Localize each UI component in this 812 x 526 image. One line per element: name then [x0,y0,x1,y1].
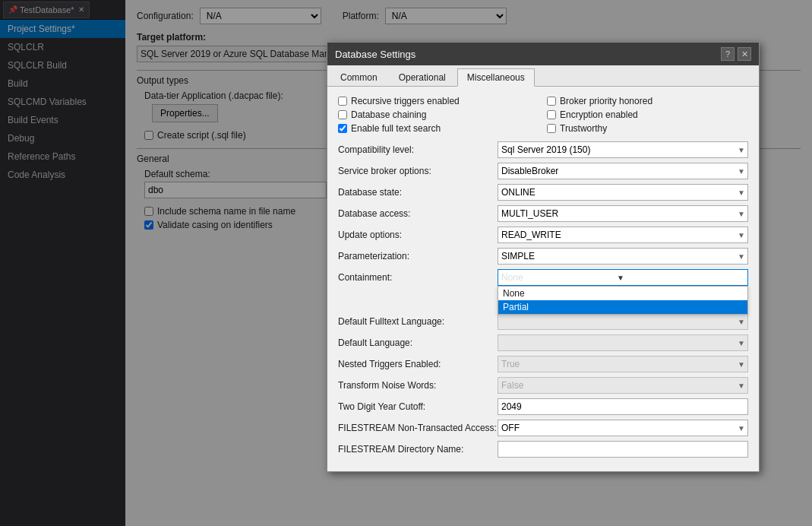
checkbox-database-chaining: Database chaining [338,109,539,120]
trustworthy-checkbox[interactable] [547,124,556,133]
two-digit-year-label: Two Digit Year Cutoff: [338,401,498,412]
filestream-non-transacted-wrapper: OFF READ_ONLY FULL [498,420,748,436]
nested-triggers-row: Nested Triggers Enabled: True [338,356,748,372]
default-language-label: Default Language: [338,337,498,348]
broker-priority-label: Broker priority honored [560,96,652,106]
containment-option-partial[interactable]: Partial [498,300,747,314]
enable-fulltext-checkbox[interactable] [338,124,347,133]
tab-operational[interactable]: Operational [389,68,456,86]
two-digit-year-row: Two Digit Year Cutoff: [338,398,748,415]
service-broker-row: Service broker options: DisableBroker En… [338,163,748,179]
filestream-directory-input[interactable] [498,441,748,458]
compatibility-level-label: Compatibility level: [338,144,498,155]
recursive-triggers-checkbox[interactable] [338,97,347,106]
dialog-tabs: Common Operational Miscellaneous [327,65,759,87]
filestream-non-transacted-label: FILESTREAM Non-Transacted Access: [338,423,498,433]
database-settings-dialog: Database Settings ? ✕ Common Operational… [327,42,760,472]
filestream-non-transacted-row: FILESTREAM Non-Transacted Access: OFF RE… [338,420,748,436]
update-options-select[interactable]: READ_WRITE READ_ONLY [498,227,748,243]
checkbox-encryption-enabled: Encryption enabled [547,109,748,120]
checkbox-broker-priority: Broker priority honored [547,96,748,106]
service-broker-select[interactable]: DisableBroker EnableBroker NewBroker Err… [498,163,748,179]
database-state-row: Database state: ONLINE OFFLINE EMERGENCY [338,184,748,201]
recursive-triggers-label: Recursive triggers enabled [351,96,460,106]
parameterization-label: Parameterization: [338,251,498,261]
parameterization-select-wrapper: SIMPLE FORCED [498,248,748,265]
database-state-label: Database state: [338,187,498,198]
nested-triggers-wrapper: True [498,356,748,372]
checkbox-recursive-triggers: Recursive triggers enabled [338,96,539,106]
update-options-label: Update options: [338,230,498,240]
containment-option-none[interactable]: None [498,287,747,300]
dialog-titlebar-buttons: ? ✕ [721,47,751,61]
dialog-title: Database Settings [335,49,415,60]
database-state-select-wrapper: ONLINE OFFLINE EMERGENCY [498,184,748,201]
database-chaining-checkbox[interactable] [338,110,347,119]
compatibility-level-select-wrapper: Sql Server 2019 (150) Sql Server 2017 (1… [498,141,748,158]
filestream-directory-label: FILESTREAM Directory Name: [338,444,498,455]
containment-dropdown-container[interactable]: None ▼ None Partial [498,269,748,286]
default-language-row: Default Language: [338,334,748,351]
default-fulltext-language-wrapper [498,313,748,330]
transform-noise-words-select[interactable]: False [498,377,748,394]
parameterization-select[interactable]: SIMPLE FORCED [498,248,748,265]
filestream-directory-row: FILESTREAM Directory Name: [338,441,748,458]
nested-triggers-select[interactable]: True [498,356,748,372]
dialog-help-button[interactable]: ? [721,47,735,61]
parameterization-row: Parameterization: SIMPLE FORCED [338,248,748,265]
containment-selected[interactable]: None ▼ [498,269,748,286]
trustworthy-label: Trustworthy [560,123,607,134]
database-chaining-label: Database chaining [351,109,426,120]
database-access-select-wrapper: MULTI_USER SINGLE_USER RESTRICTED_USER [498,205,748,222]
transform-noise-words-row: Transform Noise Words: False [338,377,748,394]
dialog-content: Recursive triggers enabled Broker priori… [327,87,759,471]
checkbox-trustworthy: Trustworthy [547,123,748,134]
two-digit-year-input[interactable] [498,398,748,415]
service-broker-label: Service broker options: [338,166,498,176]
containment-label: Containment: [338,272,498,283]
broker-priority-checkbox[interactable] [547,97,556,106]
default-fulltext-language-label: Default Fulltext Language: [338,316,498,327]
checkbox-enable-fulltext: Enable full text search [338,123,539,134]
database-access-label: Database access: [338,208,498,219]
containment-dropdown-list: None Partial [498,286,748,315]
database-access-select[interactable]: MULTI_USER SINGLE_USER RESTRICTED_USER [498,205,748,222]
containment-arrow-icon: ▼ [617,274,732,282]
database-state-select[interactable]: ONLINE OFFLINE EMERGENCY [498,184,748,201]
containment-selected-value: None [501,272,617,283]
compatibility-level-select[interactable]: Sql Server 2019 (150) Sql Server 2017 (1… [498,141,748,158]
database-access-row: Database access: MULTI_USER SINGLE_USER … [338,205,748,222]
filestream-non-transacted-select[interactable]: OFF READ_ONLY FULL [498,420,748,436]
update-options-row: Update options: READ_WRITE READ_ONLY [338,227,748,243]
default-language-select[interactable] [498,334,748,351]
encryption-enabled-checkbox[interactable] [547,110,556,119]
default-fulltext-language-row: Default Fulltext Language: [338,313,748,330]
service-broker-select-wrapper: DisableBroker EnableBroker NewBroker Err… [498,163,748,179]
transform-noise-words-wrapper: False [498,377,748,394]
dialog-close-button[interactable]: ✕ [738,47,751,61]
transform-noise-words-label: Transform Noise Words: [338,380,498,391]
default-fulltext-language-select[interactable] [498,313,748,330]
main-container: 📌 TestDatabase* ✕ Project Settings* SQLC… [0,0,812,526]
tab-common[interactable]: Common [330,68,387,86]
nested-triggers-label: Nested Triggers Enabled: [338,359,498,369]
update-options-select-wrapper: READ_WRITE READ_ONLY [498,227,748,243]
enable-fulltext-label: Enable full text search [351,123,441,134]
tab-miscellaneous[interactable]: Miscellaneous [457,68,535,87]
default-language-wrapper [498,334,748,351]
dialog-titlebar: Database Settings ? ✕ [327,43,759,65]
compatibility-level-row: Compatibility level: Sql Server 2019 (15… [338,141,748,158]
containment-row: Containment: None ▼ None Partial [338,269,748,286]
encryption-enabled-label: Encryption enabled [560,109,638,120]
checkbox-grid: Recursive triggers enabled Broker priori… [338,96,748,134]
